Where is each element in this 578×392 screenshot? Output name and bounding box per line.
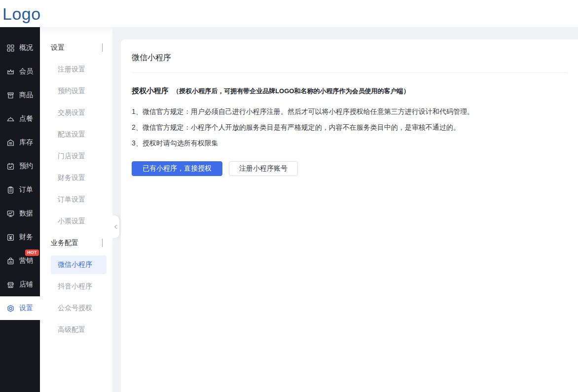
secondary-sidebar: 设置 注册设置 预约设置 交易设置 配送设置 门店设置 财务设置 订单设置 小票… [40,27,112,392]
submenu-item-register-settings[interactable]: 注册设置 [40,59,112,80]
hot-badge: HOT [25,249,39,256]
submenu-item-label: 预约设置 [58,87,85,96]
submenu-item-delivery-settings[interactable]: 配送设置 [40,124,112,145]
submenu-group-business-config[interactable]: 业务配置 [40,232,112,254]
app-body: 概况 会员 商品 点餐 [0,27,578,392]
sidebar-item-settings[interactable]: 设置 [0,296,40,320]
instruction-item: 1、微信官方规定：用户必须自己进行小程序注册。然后才可以将小程序授权给任意第三方… [132,107,567,116]
sidebar-item-reservation[interactable]: 预约 [0,154,40,178]
sidebar-item-label: 设置 [19,304,33,313]
sidebar-item-label: 订单 [19,185,33,194]
sidebar-item-label: 营销 [19,256,33,265]
submenu-item-label: 订单设置 [58,195,85,204]
submenu-item-trade-settings[interactable]: 交易设置 [40,102,112,124]
submenu-item-store-settings[interactable]: 门店设置 [40,145,112,167]
submenu-group-label: 业务配置 [51,239,78,248]
instruction-item: 3、授权时请勾选所有权限集 [132,138,567,148]
submenu-item-label: 小票设置 [58,217,85,226]
section-heading-text: 授权小程序 [132,86,169,95]
sidebar-item-label: 会员 [19,67,33,76]
title-divider [132,72,567,73]
sidebar-item-ordering[interactable]: 点餐 [0,107,40,131]
submenu-item-label: 配送设置 [58,130,85,139]
submenu-item-official-account-auth[interactable]: 公众号授权 [40,297,112,319]
sidebar-item-label: 商品 [19,91,33,100]
submenu-item-label: 公众号授权 [58,304,92,313]
authorize-miniprogram-button[interactable]: 已有小程序，直接授权 [132,161,222,176]
submenu-item-douyin-miniprogram[interactable]: 抖音小程序 [40,276,112,297]
cloche-icon [6,115,15,123]
submenu-group-settings[interactable]: 设置 [40,37,112,59]
sidebar-item-label: 数据 [19,209,33,218]
sidebar-item-label: 概况 [19,43,33,52]
section-heading-note: （授权小程序后，可拥有带企业品牌LOGO和名称的小程序作为会员使用的客户端） [173,87,409,95]
sidebar-item-data[interactable]: 数据 [0,202,40,225]
app-header: Logo [0,0,578,27]
clipboard-icon [6,186,15,194]
primary-sidebar: 概况 会员 商品 点餐 [0,27,40,392]
instruction-item: 2、微信官方规定：小程序个人开放的服务类目是有严格规定的，内容不在服务类目中的，… [132,122,567,132]
page: Logo 概况 会员 商品 [0,0,578,392]
submenu-item-label: 微信小程序 [58,260,92,269]
bag-chart-icon [6,257,15,265]
content-area: 微信小程序 授权小程序 （授权小程序后，可拥有带企业品牌LOGO和名称的小程序作… [112,27,578,392]
chevron-up-icon [102,44,103,52]
yen-square-icon [6,233,15,242]
sidebar-item-overview[interactable]: 概况 [0,36,40,60]
instruction-list: 1、微信官方规定：用户必须自己进行小程序注册。然后才可以将小程序授权给任意第三方… [132,107,567,148]
sidebar-item-shop[interactable]: 店铺 [0,273,40,296]
submenu-item-label: 注册设置 [58,65,85,74]
sidebar-item-orders[interactable]: 订单 [0,178,40,202]
crown-icon [6,68,15,76]
submenu-item-reservation-settings[interactable]: 预约设置 [40,80,112,102]
submenu-item-finance-settings[interactable]: 财务设置 [40,167,112,189]
submenu-item-label: 交易设置 [58,108,85,117]
sidebar-item-label: 预约 [19,162,33,171]
submenu-item-order-settings[interactable]: 订单设置 [40,189,112,211]
submenu-item-advanced-config[interactable]: 高级配置 [40,319,112,341]
chevron-up-icon [102,239,103,247]
calendar-check-icon [6,162,15,171]
submenu-item-label: 抖音小程序 [58,282,92,291]
sidebar-item-finance[interactable]: 财务 [0,225,40,249]
main-panel: 微信小程序 授权小程序 （授权小程序后，可拥有带企业品牌LOGO和名称的小程序作… [121,39,578,392]
monitor-chart-icon [6,210,15,218]
sidebar-item-label: 点餐 [19,114,33,123]
sidebar-item-inventory[interactable]: 库存 [0,131,40,154]
submenu-group-label: 设置 [51,43,65,52]
page-title: 微信小程序 [132,39,567,63]
inventory-icon [6,139,15,147]
sidebar-item-goods[interactable]: 商品 [0,83,40,107]
register-miniprogram-button[interactable]: 注册小程序账号 [229,161,298,176]
submenu-item-label: 门店设置 [58,152,85,161]
sidebar-item-marketing[interactable]: 营销 HOT [0,249,40,273]
sidebar-collapse-handle[interactable] [112,215,119,238]
gear-icon [6,304,15,313]
chevron-left-icon [114,225,118,229]
submenu-item-receipt-settings[interactable]: 小票设置 [40,211,112,232]
goods-box-icon [6,91,15,100]
submenu-item-wechat-miniprogram[interactable]: 微信小程序 [51,255,107,274]
sidebar-item-label: 库存 [19,138,33,147]
sidebar-item-label: 店铺 [19,280,33,289]
logo[interactable]: Logo [0,5,41,22]
submenu-item-label: 财务设置 [58,174,85,182]
sidebar-item-label: 财务 [19,233,33,242]
storefront-icon [6,281,15,289]
section-heading: 授权小程序 （授权小程序后，可拥有带企业品牌LOGO和名称的小程序作为会员使用的… [132,86,567,96]
action-buttons: 已有小程序，直接授权 注册小程序账号 [132,161,567,176]
grid-icon [6,44,15,52]
sidebar-item-members[interactable]: 会员 [0,60,40,83]
submenu-item-label: 高级配置 [58,325,85,334]
